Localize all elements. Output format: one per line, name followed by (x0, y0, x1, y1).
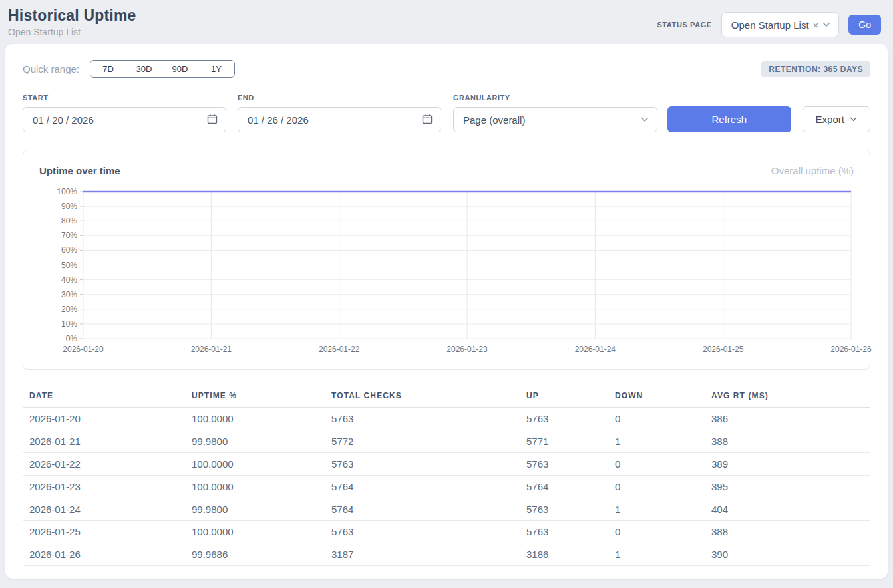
uptime-table: DATE UPTIME % TOTAL CHECKS UP DOWN AVG R… (23, 391, 870, 566)
table-cell: 5763 (520, 453, 608, 476)
table-cell: 404 (705, 498, 870, 521)
svg-text:2026-01-21: 2026-01-21 (191, 345, 232, 354)
svg-text:2026-01-26: 2026-01-26 (830, 345, 872, 354)
chart-legend: Overall uptime (%) (771, 165, 854, 176)
svg-text:70%: 70% (61, 231, 77, 240)
uptime-line-chart: 0%10%20%30%40%50%60%70%80%90%100%2026-01… (39, 186, 854, 360)
svg-text:80%: 80% (61, 216, 77, 225)
granularity-select[interactable]: Page (overall) (453, 107, 657, 132)
svg-text:10%: 10% (61, 319, 77, 329)
table-cell: 386 (705, 408, 870, 430)
table-cell: 5763 (520, 521, 608, 543)
clear-icon[interactable]: × (813, 19, 819, 31)
table-cell: 2026-01-26 (23, 543, 185, 566)
table-cell: 3186 (520, 543, 608, 566)
table-cell: 100.0000 (185, 521, 325, 543)
status-page-select-value: Open Startup List (731, 19, 809, 31)
svg-text:20%: 20% (61, 305, 77, 314)
table-cell: 5763 (520, 498, 608, 521)
table-row: 2026-01-25100.0000576357630388 (23, 521, 870, 543)
table-row: 2026-01-23100.0000576457640395 (23, 476, 870, 498)
retention-badge: RETENTION: 365 DAYS (761, 61, 870, 77)
table-row: 2026-01-2499.9800576457631404 (23, 498, 870, 521)
page-title: Historical Uptime (8, 7, 136, 25)
svg-text:2026-01-23: 2026-01-23 (446, 345, 488, 354)
quick-range-group: 7D 30D 90D 1Y (90, 60, 235, 78)
table-cell: 2026-01-20 (23, 408, 185, 430)
export-button-label: Export (816, 114, 844, 125)
table-cell: 1 (608, 498, 705, 521)
svg-text:30%: 30% (61, 290, 77, 299)
svg-text:50%: 50% (61, 261, 77, 270)
table-cell: 3187 (325, 543, 520, 566)
table-cell: 99.9800 (185, 498, 325, 521)
start-date-value: 01 / 20 / 2026 (33, 114, 94, 126)
start-date-input[interactable]: 01 / 20 / 2026 (23, 107, 226, 132)
quick-range-90d[interactable]: 90D (162, 61, 198, 77)
table-cell: 5763 (325, 453, 520, 476)
table-cell: 388 (705, 430, 870, 453)
table-cell: 0 (608, 408, 705, 430)
svg-text:100%: 100% (57, 187, 77, 196)
status-page-select[interactable]: Open Startup List × (721, 12, 840, 37)
quick-range-7d[interactable]: 7D (90, 61, 126, 77)
column-header-down: DOWN (608, 391, 705, 408)
table-cell: 5772 (325, 430, 520, 453)
svg-text:40%: 40% (61, 275, 77, 285)
go-button[interactable]: Go (848, 15, 881, 35)
column-header-avg-rt: AVG RT (MS) (705, 391, 870, 408)
chevron-down-icon (641, 117, 649, 122)
table-cell: 5764 (325, 476, 520, 498)
chevron-down-icon (850, 117, 857, 122)
granularity-label: GRANULARITY (453, 94, 657, 102)
end-date-value: 01 / 26 / 2026 (248, 114, 309, 126)
table-cell: 390 (705, 543, 870, 566)
table-cell: 5771 (520, 430, 608, 453)
table-cell: 0 (608, 476, 705, 498)
table-cell: 389 (705, 453, 870, 476)
refresh-button[interactable]: Refresh (667, 106, 791, 132)
table-cell: 0 (608, 521, 705, 543)
calendar-icon[interactable] (422, 114, 433, 126)
quick-range-row: Quick range: 7D 30D 90D 1Y RETENTION: 36… (23, 60, 870, 78)
title-block: Historical Uptime Open Startup List (8, 7, 136, 37)
table-cell: 5763 (325, 521, 520, 543)
table-cell: 100.0000 (185, 453, 325, 476)
quick-range-label: Quick range: (23, 63, 79, 74)
granularity-value: Page (overall) (463, 114, 525, 126)
calendar-icon[interactable] (207, 114, 218, 126)
table-row: 2026-01-2199.9800577257711388 (23, 430, 870, 453)
header-controls: STATUS PAGE Open Startup List × Go (657, 12, 881, 37)
table-row: 2026-01-2699.9686318731861390 (23, 543, 870, 566)
table-cell: 2026-01-23 (23, 476, 185, 498)
end-date-input[interactable]: 01 / 26 / 2026 (238, 107, 441, 132)
quick-range-30d[interactable]: 30D (126, 61, 162, 77)
svg-text:0%: 0% (66, 334, 78, 343)
status-page-label: STATUS PAGE (657, 21, 711, 29)
table-cell: 5764 (520, 476, 608, 498)
svg-text:2026-01-22: 2026-01-22 (319, 345, 360, 354)
column-header-uptime: UPTIME % (185, 391, 325, 408)
page-subtitle: Open Startup List (8, 27, 136, 37)
table-cell: 388 (705, 521, 870, 543)
table-cell: 5763 (325, 408, 520, 430)
table-cell: 2026-01-24 (23, 498, 185, 521)
table-cell: 99.9800 (185, 430, 325, 453)
quick-range-1y[interactable]: 1Y (198, 61, 234, 77)
start-date-label: START (23, 94, 226, 102)
table-cell: 100.0000 (185, 408, 325, 430)
table-cell: 1 (608, 543, 705, 566)
export-button[interactable]: Export (803, 106, 870, 132)
table-cell: 100.0000 (185, 476, 325, 498)
table-header-row: DATE UPTIME % TOTAL CHECKS UP DOWN AVG R… (23, 391, 870, 408)
filters-row: START 01 / 20 / 2026 END 01 / 26 / 2026 … (23, 94, 870, 132)
table-cell: 2026-01-21 (23, 430, 185, 453)
table-cell: 1 (608, 430, 705, 453)
chevron-down-icon (822, 22, 830, 27)
table-cell: 99.9686 (185, 543, 325, 566)
svg-text:2026-01-25: 2026-01-25 (703, 345, 744, 354)
svg-text:2026-01-20: 2026-01-20 (63, 345, 104, 354)
column-header-up: UP (520, 391, 608, 408)
top-header: Historical Uptime Open Startup List STAT… (0, 0, 893, 37)
table-row: 2026-01-22100.0000576357630389 (23, 453, 870, 476)
